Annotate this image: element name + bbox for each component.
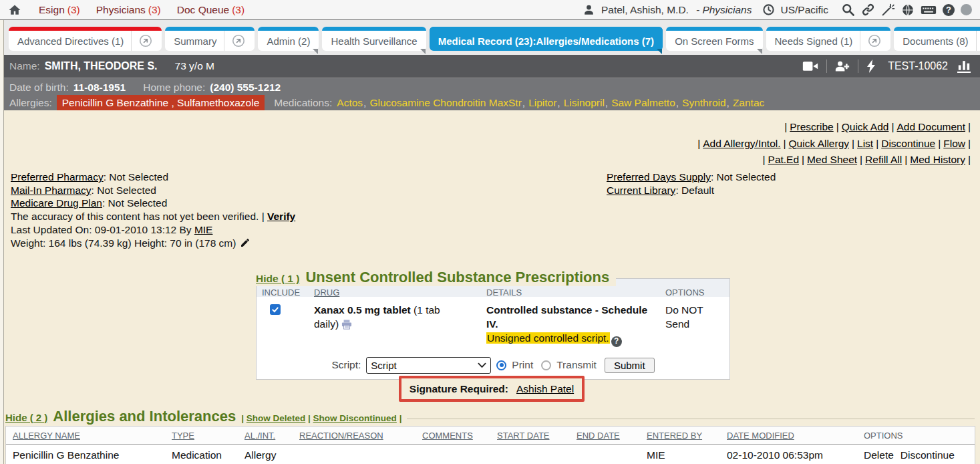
- verify-link[interactable]: Verify: [267, 211, 295, 222]
- open-in-new-icon[interactable]: [224, 31, 246, 51]
- separator: ,: [605, 95, 608, 110]
- patient-record-id: TEST-10062: [888, 60, 948, 72]
- delete-link[interactable]: Delete: [864, 449, 894, 461]
- action-prescribe[interactable]: Prescribe: [790, 121, 833, 132]
- col-al-int[interactable]: AL./INT.: [238, 431, 293, 441]
- col-allergy-name[interactable]: ALLERGY NAME: [6, 431, 165, 441]
- medication-link[interactable]: Synthroid: [682, 95, 725, 110]
- action-refill-all[interactable]: Refill All: [865, 154, 902, 165]
- action-discontinue[interactable]: Discontinue: [881, 138, 935, 149]
- medicare-plan-link[interactable]: Medicare Drug Plan: [11, 197, 102, 209]
- tab-advanced-directives[interactable]: Advanced Directives (1): [9, 27, 162, 51]
- preferred-pharmacy-link[interactable]: Preferred Pharmacy: [11, 171, 104, 183]
- col-entered-by[interactable]: ENTERED BY: [640, 431, 720, 441]
- clock-icon[interactable]: [762, 3, 775, 16]
- supply-info: Preferred Days Supply: Not Selected Curr…: [607, 170, 776, 197]
- wand-icon[interactable]: [881, 3, 895, 17]
- medication-link[interactable]: Actos: [337, 95, 363, 110]
- current-user[interactable]: Patel, Ashish, M.D.: [601, 4, 689, 16]
- section-rule: [407, 419, 975, 419]
- show-discontinued-link[interactable]: Show Discontinued: [313, 413, 397, 423]
- topbar-right: Patel, Ashish, M.D. - Physicians US/Paci…: [583, 3, 972, 17]
- allergy-alert-badge[interactable]: Penicillin G Benzathine , Sulfamethoxazo…: [57, 95, 265, 110]
- action-add-allergy[interactable]: Add Allergy/Intol.: [703, 138, 780, 149]
- menu-item-esign[interactable]: Esign(3): [39, 4, 80, 16]
- days-supply-link[interactable]: Preferred Days Supply: [607, 171, 711, 183]
- print-radio[interactable]: [496, 360, 506, 370]
- col-start-date[interactable]: START DATE: [490, 431, 570, 441]
- medication-link[interactable]: Lisinopril: [564, 95, 605, 110]
- link-icon[interactable]: [861, 3, 875, 17]
- search-icon[interactable]: [841, 3, 855, 17]
- action-med-history[interactable]: Med History: [910, 154, 965, 165]
- mailin-pharmacy-value: : Not Selected: [92, 185, 156, 196]
- transmit-radio[interactable]: [541, 360, 551, 370]
- mailin-pharmacy-link[interactable]: Mail-In Pharmacy: [11, 185, 92, 196]
- show-deleted-link[interactable]: Show Deleted: [247, 413, 306, 423]
- col-date-modified[interactable]: DATE MODIFIED: [720, 431, 857, 441]
- col-drug[interactable]: DRUG: [309, 287, 481, 298]
- action-quick-allergy[interactable]: Quick Allergy: [789, 138, 849, 149]
- edit-pencil-icon[interactable]: [240, 237, 251, 248]
- flag-help-icon[interactable]: ?: [611, 336, 622, 347]
- medication-link[interactable]: Lipitor: [528, 95, 556, 110]
- print-preview-icon[interactable]: [341, 320, 352, 330]
- tab-medical-record[interactable]: Medical Record (23):Allergies/Medication…: [430, 27, 663, 51]
- separator: |: [968, 138, 971, 149]
- script-select[interactable]: Script: [366, 357, 491, 374]
- video-camera-icon[interactable]: [802, 60, 818, 72]
- tab-admin[interactable]: Admin (2): [258, 27, 319, 51]
- action-med-sheet[interactable]: Med Sheet: [807, 154, 857, 165]
- menu-count: (3): [232, 4, 244, 15]
- action-list[interactable]: List: [857, 138, 873, 149]
- hide-unsent-link[interactable]: Hide ( 1 ): [256, 273, 299, 285]
- medication-link[interactable]: Zantac: [733, 95, 764, 110]
- hide-allergies-link[interactable]: Hide ( 2 ): [5, 412, 47, 423]
- include-checkbox[interactable]: [270, 304, 281, 315]
- allergies-table-header: ALLERGY NAME TYPE AL./INT. REACTION/REAS…: [6, 427, 975, 445]
- tab-health-surveillance[interactable]: Health Surveillance: [322, 27, 426, 51]
- separator: |: [763, 154, 766, 165]
- divider: [858, 60, 858, 73]
- tab-documents[interactable]: Documents (8): [894, 27, 980, 51]
- menu-item-doc-queue[interactable]: Doc Queue(3): [177, 4, 244, 16]
- timezone-label[interactable]: US/Pacific: [781, 4, 829, 16]
- updated-by-link[interactable]: MIE: [194, 224, 213, 235]
- tab-on-screen-forms[interactable]: On Screen Forms: [666, 27, 762, 51]
- tab-summary[interactable]: Summary: [165, 27, 255, 51]
- current-library-link[interactable]: Current Library: [607, 185, 675, 196]
- allergies-medications-row: Allergies: Penicillin G Benzathine , Sul…: [9, 95, 971, 110]
- verify-text: The accuracy of this content has not yet…: [11, 211, 265, 222]
- lightning-bolt-icon[interactable]: [866, 60, 876, 73]
- add-user-icon[interactable]: [835, 60, 850, 72]
- help-icon[interactable]: ?: [943, 4, 955, 16]
- globe-icon[interactable]: [901, 3, 915, 17]
- keyboard-icon[interactable]: [921, 3, 937, 17]
- action-flow[interactable]: Flow: [943, 138, 965, 149]
- open-in-new-icon[interactable]: [131, 31, 153, 51]
- script-select-value: Script: [371, 360, 396, 371]
- print-radio-label: Print: [512, 359, 533, 371]
- medication-link[interactable]: Glucosamine Chondroitin MaxStr: [369, 95, 521, 110]
- medication-link[interactable]: Saw Palmetto: [611, 95, 675, 110]
- collapsed-sidebar-handle[interactable]: [0, 20, 4, 464]
- action-quick-add[interactable]: Quick Add: [842, 121, 889, 132]
- current-library-line: Current Library: Default: [607, 184, 776, 197]
- action-add-document[interactable]: Add Document: [896, 121, 965, 132]
- flowsheet-chart-icon[interactable]: [957, 60, 971, 73]
- submit-button[interactable]: Submit: [605, 358, 655, 373]
- home-icon[interactable]: [8, 3, 21, 17]
- col-reaction[interactable]: REACTION/REASON: [293, 431, 416, 441]
- col-type[interactable]: TYPE: [165, 431, 238, 441]
- discontinue-link[interactable]: Discontinue: [901, 449, 955, 461]
- open-in-new-icon[interactable]: [860, 31, 882, 51]
- tab-needs-signed[interactable]: Needs Signed (1): [766, 27, 891, 51]
- separator: |: [784, 138, 786, 149]
- open-in-new-icon[interactable]: [976, 31, 980, 51]
- menu-item-physicians[interactable]: Physicians(3): [96, 4, 161, 16]
- weight-height-text: Weight: 164 lbs (74.39 kg) Height: 70 in…: [11, 237, 236, 249]
- signature-provider-link[interactable]: Ashish Patel: [516, 383, 574, 395]
- action-pat-ed[interactable]: Pat.Ed: [768, 154, 800, 165]
- col-comments[interactable]: COMMENTS: [416, 431, 490, 441]
- col-end-date[interactable]: END DATE: [570, 431, 640, 441]
